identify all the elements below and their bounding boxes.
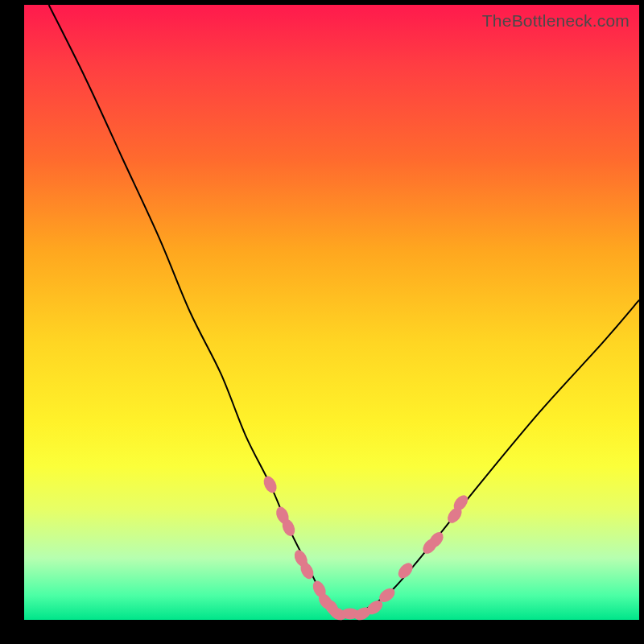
bottleneck-curve (49, 5, 639, 614)
curve-marker (395, 560, 415, 581)
plot-area: TheBottleneck.com (24, 5, 639, 620)
marker-group (261, 474, 470, 623)
chart-frame: TheBottleneck.com (0, 0, 644, 644)
curve-marker (261, 474, 279, 495)
chart-overlay (24, 5, 639, 620)
